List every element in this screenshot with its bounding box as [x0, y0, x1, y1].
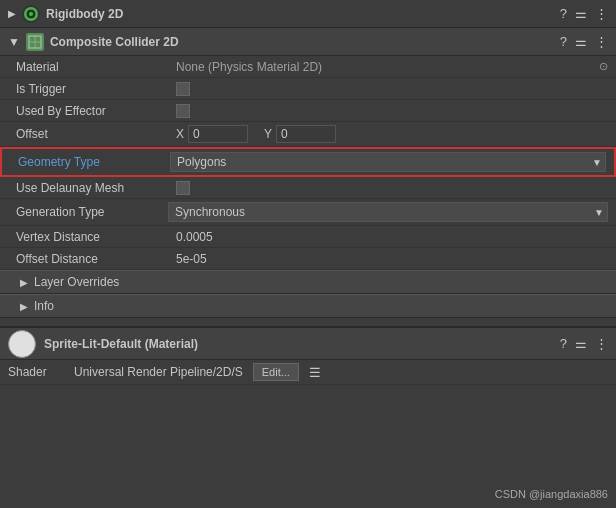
offset-row: Offset X Y: [0, 122, 616, 147]
shader-label: Shader: [8, 365, 68, 379]
vertex-distance-label: Vertex Distance: [16, 230, 176, 244]
offset-distance-label: Offset Distance: [16, 252, 176, 266]
offset-x-input[interactable]: [188, 125, 248, 143]
watermark-container: CSDN @jiangdaxia886: [0, 385, 616, 508]
inspector-panel: ▶ Rigidbody 2D ? ⚌ ⋮ ▼ Composite Collide…: [0, 0, 616, 508]
offset-x-field: X: [176, 125, 248, 143]
geometry-type-row: Geometry Type Polygons Outlines ▼: [0, 147, 616, 177]
is-trigger-label: Is Trigger: [16, 82, 176, 96]
composite-collider-icon: [26, 33, 44, 51]
generation-type-row: Generation Type Synchronous Manual ▼: [0, 199, 616, 226]
offset-distance-value: 5e-05: [176, 252, 608, 266]
composite-collider-settings-icon[interactable]: ⚌: [575, 34, 587, 49]
is-trigger-row: Is Trigger: [0, 78, 616, 100]
shader-list-icon[interactable]: ☰: [309, 365, 321, 380]
material-header: Sprite-Lit-Default (Material) ? ⚌ ⋮: [0, 328, 616, 360]
composite-collider-collapse-arrow[interactable]: ▼: [8, 35, 20, 49]
use-delaunay-mesh-checkbox[interactable]: [176, 181, 190, 195]
layer-overrides-arrow: ▶: [20, 277, 28, 288]
shader-row: Shader Universal Render Pipeline/2D/S Ed…: [0, 360, 616, 385]
watermark-text: CSDN @jiangdaxia886: [495, 488, 608, 500]
layer-overrides-section[interactable]: ▶ Layer Overrides: [0, 270, 616, 294]
shader-edit-button[interactable]: Edit...: [253, 363, 299, 381]
used-by-effector-checkbox[interactable]: [176, 104, 190, 118]
rigidbody2d-more-icon[interactable]: ⋮: [595, 6, 608, 21]
composite-collider-help-icon[interactable]: ?: [560, 34, 567, 49]
composite-collider-more-icon[interactable]: ⋮: [595, 34, 608, 49]
material-value: None (Physics Material 2D): [176, 60, 599, 74]
info-arrow: ▶: [20, 301, 28, 312]
offset-x-axis: X: [176, 127, 184, 141]
is-trigger-checkbox[interactable]: [176, 82, 190, 96]
offset-y-input[interactable]: [276, 125, 336, 143]
used-by-effector-row: Used By Effector: [0, 100, 616, 122]
rigidbody2d-header-icons: ? ⚌ ⋮: [560, 6, 608, 21]
geometry-type-label: Geometry Type: [18, 155, 170, 169]
offset-label: Offset: [16, 127, 168, 141]
rigidbody2d-header: ▶ Rigidbody 2D ? ⚌ ⋮: [0, 0, 616, 28]
used-by-effector-label: Used By Effector: [16, 104, 176, 118]
rigidbody2d-icon: [22, 5, 40, 23]
use-delaunay-mesh-row: Use Delaunay Mesh: [0, 177, 616, 199]
generation-type-select-wrapper: Synchronous Manual ▼: [168, 202, 608, 222]
material-settings-icon[interactable]: ⚌: [575, 336, 587, 351]
material-row: Material None (Physics Material 2D) ⊙: [0, 56, 616, 78]
info-label: Info: [34, 299, 54, 313]
offset-distance-row: Offset Distance 5e-05: [0, 248, 616, 270]
composite-collider-header: ▼ Composite Collider 2D ? ⚌ ⋮: [0, 28, 616, 56]
info-section[interactable]: ▶ Info: [0, 294, 616, 318]
geometry-type-select-wrapper: Polygons Outlines ▼: [170, 152, 606, 172]
material-copy-icon[interactable]: ⊙: [599, 60, 608, 73]
rigidbody2d-collapse-arrow[interactable]: ▶: [8, 8, 16, 19]
generation-type-label: Generation Type: [16, 205, 168, 219]
material-sphere-icon: [8, 330, 36, 358]
material-section: Sprite-Lit-Default (Material) ? ⚌ ⋮ Shad…: [0, 326, 616, 385]
shader-value: Universal Render Pipeline/2D/S: [74, 365, 243, 379]
material-header-icons: ? ⚌ ⋮: [560, 336, 608, 351]
material-help-icon[interactable]: ?: [560, 336, 567, 351]
rigidbody2d-title: Rigidbody 2D: [46, 7, 554, 21]
vertex-distance-row: Vertex Distance 0.0005: [0, 226, 616, 248]
vertex-distance-value: 0.0005: [176, 230, 608, 244]
svg-point-1: [29, 12, 33, 16]
use-delaunay-mesh-label: Use Delaunay Mesh: [16, 181, 176, 195]
geometry-type-select[interactable]: Polygons Outlines: [170, 152, 606, 172]
composite-collider-title: Composite Collider 2D: [50, 35, 554, 49]
generation-type-select[interactable]: Synchronous Manual: [168, 202, 608, 222]
composite-collider-header-icons: ? ⚌ ⋮: [560, 34, 608, 49]
material-name: Sprite-Lit-Default (Material): [44, 337, 552, 351]
material-more-icon[interactable]: ⋮: [595, 336, 608, 351]
offset-y-field: Y: [264, 125, 336, 143]
rigidbody2d-settings-icon[interactable]: ⚌: [575, 6, 587, 21]
layer-overrides-label: Layer Overrides: [34, 275, 119, 289]
offset-y-axis: Y: [264, 127, 272, 141]
rigidbody2d-help-icon[interactable]: ?: [560, 6, 567, 21]
material-label: Material: [16, 60, 176, 74]
